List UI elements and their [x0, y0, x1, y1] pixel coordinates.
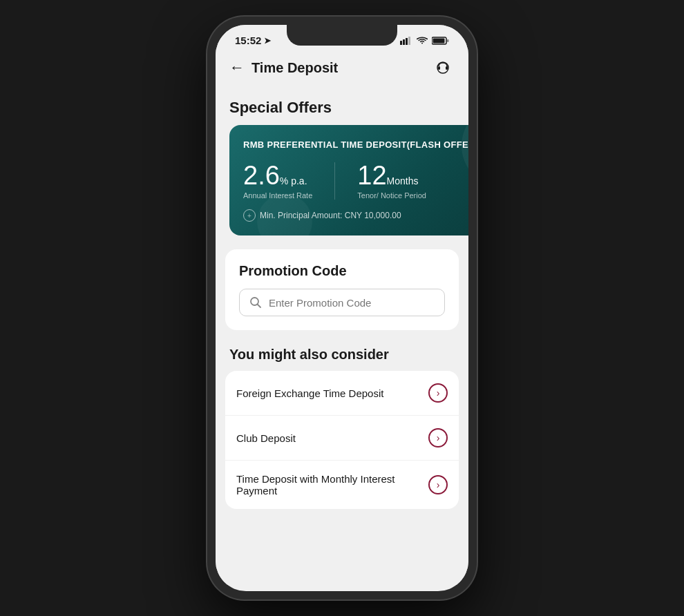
consider-list: Foreign Exchange Time Deposit › Club Dep… [225, 371, 459, 509]
back-button[interactable]: ← [229, 59, 245, 77]
rate-section: 2.6% p.a. Annual Interest Rate [243, 162, 312, 200]
page-title: Time Deposit [251, 60, 338, 76]
svg-rect-6 [447, 39, 449, 42]
promo-input-wrap[interactable] [239, 289, 445, 316]
svg-rect-0 [400, 41, 402, 45]
arrow-icon-1: › [428, 383, 448, 403]
phone-frame: 15:52 ➤ [207, 17, 477, 599]
consider-item-1[interactable]: Foreign Exchange Time Deposit › [225, 371, 459, 416]
support-icon[interactable] [431, 56, 455, 79]
status-icons [400, 37, 449, 45]
signal-icon [400, 37, 412, 45]
status-time: 15:52 ➤ [235, 35, 271, 46]
svg-rect-8 [438, 66, 440, 70]
scroll-content[interactable]: Special Offers RMB PREFERENTIAL TIME DEP… [216, 88, 468, 585]
promo-input[interactable] [269, 297, 435, 309]
notch [287, 25, 397, 46]
tenor-unit: Months [387, 175, 419, 186]
consider-item-3-label: Time Deposit with Monthly Interest Payme… [236, 473, 428, 497]
svg-rect-1 [403, 39, 405, 45]
promotion-code-section: Promotion Code [225, 249, 459, 330]
location-icon: ➤ [264, 36, 271, 46]
consider-item-2-label: Club Deposit [236, 432, 296, 444]
interest-rate: 2.6% p.a. [243, 162, 312, 189]
svg-rect-3 [408, 37, 410, 45]
consider-item-2[interactable]: Club Deposit › [225, 416, 459, 461]
wifi-icon [417, 37, 428, 45]
tenor-desc: Tenor/ Notice Period [357, 191, 426, 200]
nav-left: ← Time Deposit [229, 59, 338, 77]
arrow-icon-2: › [428, 428, 448, 447]
card-divider [334, 162, 335, 200]
special-offers-title: Special Offers [216, 88, 468, 125]
card-1-label: RMB PREFERENTIAL TIME DEPOSIT(FLASH OFFE… [243, 139, 468, 151]
consider-section-title: You might also consider [216, 341, 468, 371]
svg-rect-9 [446, 66, 448, 70]
offers-cards-row: RMB PREFERENTIAL TIME DEPOSIT(FLASH OFFE… [216, 125, 468, 249]
rate-unit: % p.a. [280, 175, 307, 186]
tenor-section: 12Months Tenor/ Notice Period [357, 162, 426, 200]
promo-title: Promotion Code [239, 263, 445, 279]
min-icon: + [243, 209, 256, 222]
min-principal: + Min. Principal Amount: CNY 10,000.00 [243, 209, 468, 222]
svg-line-11 [258, 305, 261, 308]
tenor-value: 12Months [357, 162, 426, 189]
arrow-icon-3: › [428, 475, 448, 494]
time-display: 15:52 [235, 35, 261, 46]
svg-rect-2 [406, 38, 408, 45]
svg-rect-5 [433, 38, 445, 43]
consider-item-3[interactable]: Time Deposit with Monthly Interest Payme… [225, 461, 459, 509]
battery-icon [432, 37, 449, 45]
search-icon [249, 296, 262, 309]
offer-card-1[interactable]: RMB PREFERENTIAL TIME DEPOSIT(FLASH OFFE… [229, 125, 468, 235]
consider-item-1-label: Foreign Exchange Time Deposit [236, 387, 383, 399]
nav-bar: ← Time Deposit [216, 50, 468, 88]
phone-screen: 15:52 ➤ [216, 25, 468, 591]
card-rates: 2.6% p.a. Annual Interest Rate 12Months … [243, 162, 468, 200]
rate-desc: Annual Interest Rate [243, 191, 312, 200]
